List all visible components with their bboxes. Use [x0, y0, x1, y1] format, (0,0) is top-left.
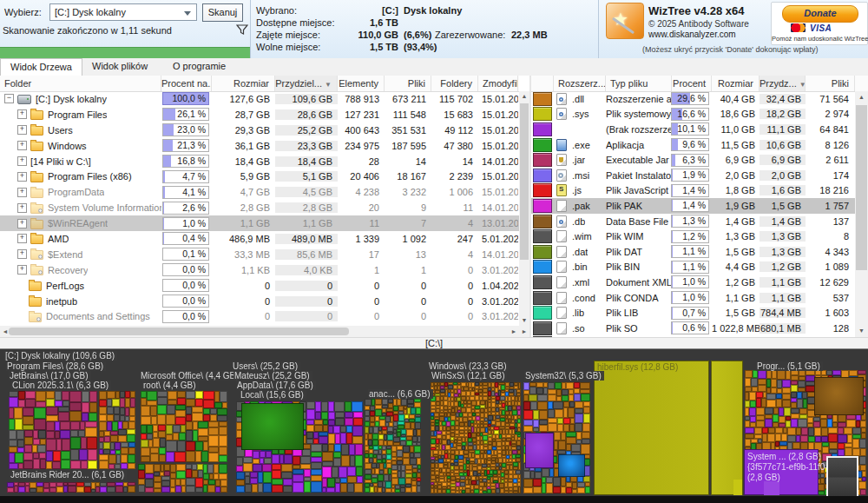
percent-cell: 6,3 % [672, 154, 712, 167]
scroll-up-arrow-icon[interactable]: ▲ [519, 91, 529, 102]
expand-icon[interactable]: + [17, 125, 27, 135]
tree-line [17, 281, 25, 289]
expand-icon[interactable]: + [17, 219, 27, 228]
ext-row[interactable]: .binPlik BIN1,1 %4,4 GB1,2 GB1 089 [531, 260, 868, 275]
scrollbar-thumb[interactable] [9, 328, 349, 335]
tree-line [17, 313, 25, 321]
expand-icon[interactable]: + [17, 109, 27, 119]
tree-vertical-scrollbar[interactable]: ▲ ▼ [519, 91, 529, 326]
horizontal-scrollbar[interactable]: ◄ ► [0, 326, 519, 337]
ext-row[interactable]: .dllRozszerzenie apl29,6 %40,4 GB32,4 GB… [531, 91, 868, 107]
ext-row[interactable]: .soPlik SO0,6 %1 022,8 MB680,1 MB128 [531, 321, 868, 336]
allocated-cell: 1,3 GB [760, 247, 806, 257]
scrollbar-thumb[interactable] [520, 103, 529, 260]
allocated-cell: 109,6 GB [275, 94, 338, 104]
size-cell: 11,0 GB [712, 124, 760, 135]
column-header-pliki[interactable]: Pliki [806, 76, 855, 91]
treemap-selected-block[interactable] [826, 456, 858, 499]
expand-icon[interactable]: + [17, 249, 27, 259]
file-icon [556, 230, 567, 242]
ext-table-header: Rozszerz...Typ plikuProcentRozmiarPrzydz… [531, 76, 868, 92]
column-header-elementy[interactable]: Elementy [338, 76, 385, 91]
column-header-przydz[interactable]: Przydz... ▼ [760, 76, 806, 91]
column-header-pliki[interactable]: Pliki [385, 76, 431, 91]
system-folder-icon [29, 313, 42, 322]
scroll-down-arrow-icon[interactable]: ▼ [519, 315, 529, 326]
tree-row[interactable]: +AMD0,4 %486,9 MB489,0 MB1 3391 0922475.… [0, 231, 519, 247]
column-header-rozmiar[interactable]: Rozmiar [712, 76, 760, 91]
tree-row[interactable]: +$WinREAgent1,0 %1,1 GB1,1 GB117413.01.2… [0, 215, 519, 231]
expand-icon[interactable]: + [17, 188, 27, 197]
column-header-procent[interactable]: Procent [672, 76, 712, 91]
percent-bar: 0,1 % [162, 248, 209, 261]
ext-row[interactable]: .jsPlik JavaScript1,4 %1,8 GB1,6 GB18 21… [531, 183, 868, 199]
scroll-right-arrow-icon[interactable]: ► [509, 326, 519, 337]
tree-row[interactable]: +Recovery0,0 %1,1 KB4,0 KB1103.01.202 [0, 262, 519, 278]
ext-row[interactable]: .libPlik LIB0,7 %1,5 GB784,4 MB1 603 [531, 305, 868, 321]
tab-tree-view[interactable]: Widok Drzewa [0, 58, 82, 76]
collapse-icon[interactable]: − [4, 94, 14, 103]
ext-row[interactable]: .sysPlik systemowy16,6 %18,6 GB18,2 GB2 … [531, 107, 868, 122]
column-header-folder[interactable]: Folder [0, 76, 161, 91]
tree-row[interactable]: PerfLogs0,0 %000001.04.202 [0, 278, 519, 294]
tree-row[interactable]: +Users23,0 %29,3 GB25,2 GB400 643351 531… [0, 122, 519, 138]
column-header-procentna[interactable]: Procent na... [161, 76, 212, 91]
file-type-cell: Pakiet Instalator [606, 170, 672, 181]
donate-button[interactable]: Donate [782, 5, 858, 23]
column-header-zmodyfikow[interactable]: Zmodyfikow [478, 76, 518, 91]
expand-icon[interactable]: + [17, 156, 27, 166]
column-header-rozmiar[interactable]: Rozmiar [212, 76, 275, 91]
column-header-typpliku[interactable]: Typ pliku [606, 76, 672, 91]
tree-line [17, 297, 25, 305]
tree-row[interactable]: +Program Files (x86)4,7 %5,9 GB5,1 GB20 … [0, 169, 519, 184]
tree-row[interactable]: +[14 Pliki w C:\]16,8 %18,4 GB18,4 GB281… [0, 154, 519, 169]
tree-row[interactable]: Documents and Settings0,0 %000003.01.202 [0, 308, 519, 324]
tree-row[interactable]: inetpub0,0 %000003.01.202 [0, 294, 519, 309]
ext-row[interactable]: .xmlDokument XML1,0 %1,2 GB1,1 GB12 629 [531, 275, 868, 290]
files-cell: 64 841 [806, 124, 855, 135]
ext-row[interactable]: .datPlik DAT1,1 %1,5 GB1,3 GB4 343 [531, 244, 868, 260]
tree-row[interactable]: −[C:] Dysk lokalny100,0 %127,6 GB109,6 G… [0, 91, 519, 107]
tab-about[interactable]: O programie [163, 58, 235, 75]
percent-cell: 23,0 % [161, 123, 212, 136]
ext-row[interactable]: .exeAplikacja9,6 %11,5 GB10,6 GB8 126 [531, 137, 868, 153]
expand-icon[interactable]: + [17, 141, 27, 150]
ext-vertical-scrollbar[interactable]: ▲ ▼ [855, 91, 868, 337]
extension-name: .js [572, 185, 582, 195]
color-cell [531, 199, 554, 213]
scroll-up-arrow-icon[interactable]: ▲ [855, 91, 868, 103]
tree-row[interactable]: +Program Files26,1 %28,7 GB28,6 GB127 23… [0, 107, 519, 122]
percent-bar: 1,4 % [671, 184, 709, 197]
column-header-foldery[interactable]: Foldery [431, 76, 478, 91]
column-header-przydziel[interactable]: Przydziel... ▼ [275, 76, 338, 91]
drive-info-panel: Wybrano: [C:] Dysk lokalny Dostępne miej… [251, 0, 598, 58]
column-header-color[interactable] [531, 76, 554, 91]
website-link[interactable]: www.diskanalyzer.com [648, 30, 736, 39]
ext-row[interactable]: .pakPlik PAK1,4 %1,9 GB1,5 GB1 757 [531, 198, 868, 214]
tree-row[interactable]: +Windows21,3 %36,1 GB23,3 GB234 975187 5… [0, 138, 519, 154]
ext-row[interactable]: .dbData Base File1,3 %1,4 GB1,4 GB137 [531, 214, 868, 229]
file-icon [556, 292, 567, 304]
expand-icon[interactable]: + [17, 265, 27, 275]
filter-icon[interactable] [236, 23, 248, 36]
scan-button[interactable]: Skanuj [202, 3, 243, 22]
ext-row[interactable]: .condPlik CONDA1,0 %1,1 GB1,1 GB537 [531, 290, 868, 306]
column-header-rozszerz[interactable]: Rozszerz... [554, 76, 606, 91]
scroll-corner[interactable]: ► [519, 326, 529, 337]
ext-row[interactable]: .jarExecutable Jar Fi6,3 %6,9 GB6,9 GB2 … [531, 152, 868, 168]
percent-value: 4,7 % [163, 171, 206, 182]
ext-row[interactable]: (Brak rozszerzeni10,1 %11,0 GB11,1 GB64 … [531, 122, 868, 137]
expand-icon[interactable]: + [17, 234, 27, 243]
drive-combobox[interactable]: [C:] Dysk lokalny [49, 3, 197, 21]
scrollbar-thumb[interactable] [856, 105, 867, 270]
scroll-down-arrow-icon[interactable]: ▼ [855, 325, 868, 337]
tab-file-view[interactable]: Widok plików [82, 58, 157, 75]
tree-row[interactable]: +ProgramData4,1 %4,7 GB4,5 GB4 2383 2321… [0, 184, 519, 200]
expand-icon[interactable]: + [17, 203, 27, 213]
ext-row[interactable]: .msiPakiet Instalator1,9 %2,0 GB2,0 GB17… [531, 168, 868, 183]
expand-icon[interactable]: + [17, 172, 27, 182]
tree-row[interactable]: +$Extend0,1 %33,3 MB85,6 MB1713414.01.20 [0, 247, 519, 262]
treemap-view[interactable]: [C:] Dysk lokalny (109,6 GB)Program File… [0, 349, 868, 496]
tree-row[interactable]: +System Volume Information2,6 %2,8 GB2,8… [0, 200, 519, 215]
ext-row[interactable]: .wimPlik WIM1,2 %1,3 GB1,3 GB8 [531, 228, 868, 244]
